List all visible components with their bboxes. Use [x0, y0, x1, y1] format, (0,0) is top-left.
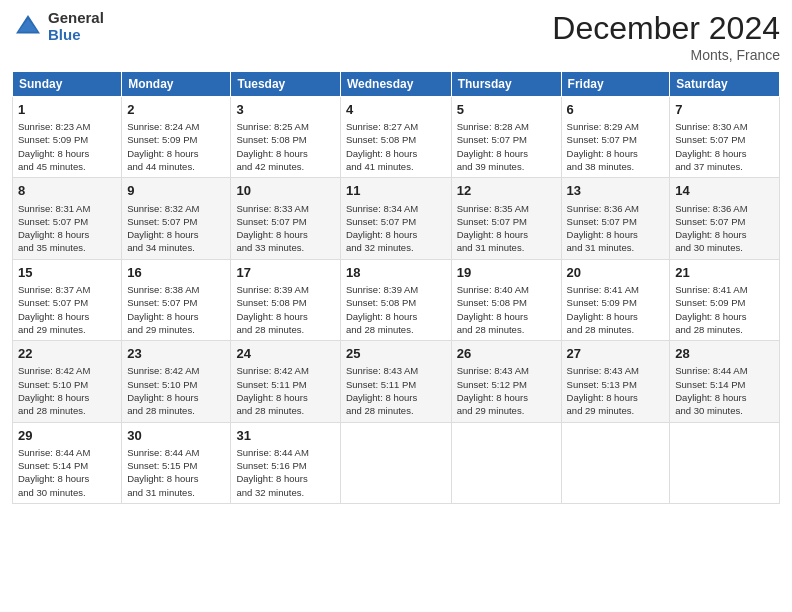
day-number-12: 12 — [457, 182, 556, 200]
day-info-22: Sunrise: 8:42 AM Sunset: 5:10 PM Dayligh… — [18, 364, 116, 417]
day-18: 18 Sunrise: 8:39 AM Sunset: 5:08 PM Dayl… — [340, 259, 451, 340]
day-number-6: 6 — [567, 101, 665, 119]
sunset-1: Sunset: 5:09 PM — [18, 134, 88, 145]
day-14: 14 Sunrise: 8:36 AM Sunset: 5:07 PM Dayl… — [670, 178, 780, 259]
day-number-24: 24 — [236, 345, 334, 363]
day-number-7: 7 — [675, 101, 774, 119]
sunrise-3: Sunrise: 8:25 AM — [236, 121, 308, 132]
col-saturday: Saturday — [670, 72, 780, 97]
day-number-8: 8 — [18, 182, 116, 200]
day-number-9: 9 — [127, 182, 225, 200]
day-info-12: Sunrise: 8:35 AM Sunset: 5:07 PM Dayligh… — [457, 202, 556, 255]
sunrise-5: Sunrise: 8:28 AM — [457, 121, 529, 132]
day-13: 13 Sunrise: 8:36 AM Sunset: 5:07 PM Dayl… — [561, 178, 670, 259]
daylight-3: Daylight: 8 hours — [236, 148, 307, 159]
minutes-2: and 44 minutes. — [127, 161, 195, 172]
sunrise-6: Sunrise: 8:29 AM — [567, 121, 639, 132]
day-info-25: Sunrise: 8:43 AM Sunset: 5:11 PM Dayligh… — [346, 364, 446, 417]
col-tuesday: Tuesday — [231, 72, 340, 97]
day-number-3: 3 — [236, 101, 334, 119]
minutes-3: and 42 minutes. — [236, 161, 304, 172]
sunrise-2: Sunrise: 8:24 AM — [127, 121, 199, 132]
day-30: 30 Sunrise: 8:44 AM Sunset: 5:15 PM Dayl… — [122, 422, 231, 503]
sunrise-4: Sunrise: 8:27 AM — [346, 121, 418, 132]
day-number-13: 13 — [567, 182, 665, 200]
day-info-4: Sunrise: 8:27 AM Sunset: 5:08 PM Dayligh… — [346, 120, 446, 173]
day-info-29: Sunrise: 8:44 AM Sunset: 5:14 PM Dayligh… — [18, 446, 116, 499]
day-info-30: Sunrise: 8:44 AM Sunset: 5:15 PM Dayligh… — [127, 446, 225, 499]
day-19: 19 Sunrise: 8:40 AM Sunset: 5:08 PM Dayl… — [451, 259, 561, 340]
day-number-27: 27 — [567, 345, 665, 363]
empty-cell-4 — [670, 422, 780, 503]
day-11: 11 Sunrise: 8:34 AM Sunset: 5:07 PM Dayl… — [340, 178, 451, 259]
day-number-31: 31 — [236, 427, 334, 445]
day-info-11: Sunrise: 8:34 AM Sunset: 5:07 PM Dayligh… — [346, 202, 446, 255]
day-number-17: 17 — [236, 264, 334, 282]
day-number-25: 25 — [346, 345, 446, 363]
daylight-1: Daylight: 8 hours — [18, 148, 89, 159]
month-title: December 2024 — [552, 10, 780, 47]
logo-general-text: General — [48, 10, 104, 27]
col-friday: Friday — [561, 72, 670, 97]
empty-cell-2 — [451, 422, 561, 503]
day-info-26: Sunrise: 8:43 AM Sunset: 5:12 PM Dayligh… — [457, 364, 556, 417]
day-28: 28 Sunrise: 8:44 AM Sunset: 5:14 PM Dayl… — [670, 341, 780, 422]
day-5: 5 Sunrise: 8:28 AM Sunset: 5:07 PM Dayli… — [451, 97, 561, 178]
sunset-5: Sunset: 5:07 PM — [457, 134, 527, 145]
minutes-7: and 37 minutes. — [675, 161, 743, 172]
day-number-15: 15 — [18, 264, 116, 282]
day-number-4: 4 — [346, 101, 446, 119]
day-25: 25 Sunrise: 8:43 AM Sunset: 5:11 PM Dayl… — [340, 341, 451, 422]
day-29: 29 Sunrise: 8:44 AM Sunset: 5:14 PM Dayl… — [13, 422, 122, 503]
empty-cell-1 — [340, 422, 451, 503]
day-info-14: Sunrise: 8:36 AM Sunset: 5:07 PM Dayligh… — [675, 202, 774, 255]
day-info-17: Sunrise: 8:39 AM Sunset: 5:08 PM Dayligh… — [236, 283, 334, 336]
day-number-22: 22 — [18, 345, 116, 363]
day-info-27: Sunrise: 8:43 AM Sunset: 5:13 PM Dayligh… — [567, 364, 665, 417]
day-info-24: Sunrise: 8:42 AM Sunset: 5:11 PM Dayligh… — [236, 364, 334, 417]
day-info-31: Sunrise: 8:44 AM Sunset: 5:16 PM Dayligh… — [236, 446, 334, 499]
daylight-2: Daylight: 8 hours — [127, 148, 198, 159]
day-21: 21 Sunrise: 8:41 AM Sunset: 5:09 PM Dayl… — [670, 259, 780, 340]
day-info-8: Sunrise: 8:31 AM Sunset: 5:07 PM Dayligh… — [18, 202, 116, 255]
sunset-3: Sunset: 5:08 PM — [236, 134, 306, 145]
day-number-26: 26 — [457, 345, 556, 363]
day-number-16: 16 — [127, 264, 225, 282]
minutes-1: and 45 minutes. — [18, 161, 86, 172]
page: General Blue December 2024 Monts, France… — [0, 0, 792, 612]
day-number-29: 29 — [18, 427, 116, 445]
day-number-14: 14 — [675, 182, 774, 200]
week-row-2: 8 Sunrise: 8:31 AM Sunset: 5:07 PM Dayli… — [13, 178, 780, 259]
day-info-20: Sunrise: 8:41 AM Sunset: 5:09 PM Dayligh… — [567, 283, 665, 336]
day-31: 31 Sunrise: 8:44 AM Sunset: 5:16 PM Dayl… — [231, 422, 340, 503]
day-info-7: Sunrise: 8:30 AM Sunset: 5:07 PM Dayligh… — [675, 120, 774, 173]
day-6: 6 Sunrise: 8:29 AM Sunset: 5:07 PM Dayli… — [561, 97, 670, 178]
day-10: 10 Sunrise: 8:33 AM Sunset: 5:07 PM Dayl… — [231, 178, 340, 259]
day-17: 17 Sunrise: 8:39 AM Sunset: 5:08 PM Dayl… — [231, 259, 340, 340]
day-number-23: 23 — [127, 345, 225, 363]
week-row-1: 1 Sunrise: 8:23 AM Sunset: 5:09 PM Dayli… — [13, 97, 780, 178]
logo-text: General Blue — [48, 10, 104, 43]
day-info-18: Sunrise: 8:39 AM Sunset: 5:08 PM Dayligh… — [346, 283, 446, 336]
day-info-23: Sunrise: 8:42 AM Sunset: 5:10 PM Dayligh… — [127, 364, 225, 417]
minutes-6: and 38 minutes. — [567, 161, 635, 172]
sunset-6: Sunset: 5:07 PM — [567, 134, 637, 145]
day-number-30: 30 — [127, 427, 225, 445]
day-info-6: Sunrise: 8:29 AM Sunset: 5:07 PM Dayligh… — [567, 120, 665, 173]
col-thursday: Thursday — [451, 72, 561, 97]
day-info-5: Sunrise: 8:28 AM Sunset: 5:07 PM Dayligh… — [457, 120, 556, 173]
day-23: 23 Sunrise: 8:42 AM Sunset: 5:10 PM Dayl… — [122, 341, 231, 422]
day-1: 1 Sunrise: 8:23 AM Sunset: 5:09 PM Dayli… — [13, 97, 122, 178]
minutes-4: and 41 minutes. — [346, 161, 414, 172]
day-24: 24 Sunrise: 8:42 AM Sunset: 5:11 PM Dayl… — [231, 341, 340, 422]
daylight-6: Daylight: 8 hours — [567, 148, 638, 159]
day-info-3: Sunrise: 8:25 AM Sunset: 5:08 PM Dayligh… — [236, 120, 334, 173]
sunrise-7: Sunrise: 8:30 AM — [675, 121, 747, 132]
header: General Blue December 2024 Monts, France — [12, 10, 780, 63]
title-area: December 2024 Monts, France — [552, 10, 780, 63]
day-number-11: 11 — [346, 182, 446, 200]
day-22: 22 Sunrise: 8:42 AM Sunset: 5:10 PM Dayl… — [13, 341, 122, 422]
sunrise-1: Sunrise: 8:23 AM — [18, 121, 90, 132]
col-sunday: Sunday — [13, 72, 122, 97]
calendar-header-row: Sunday Monday Tuesday Wednesday Thursday… — [13, 72, 780, 97]
